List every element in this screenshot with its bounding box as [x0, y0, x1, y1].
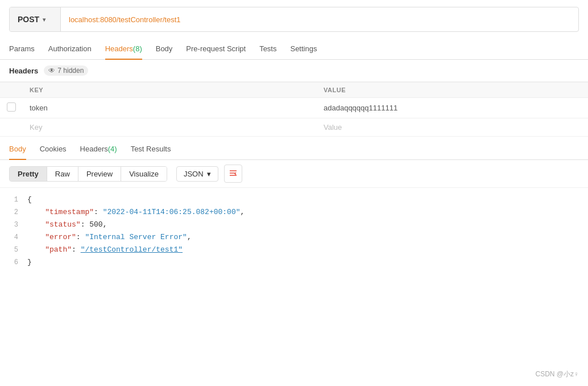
json-format-select[interactable]: JSON ▾: [176, 166, 218, 182]
eye-icon: 👁: [48, 67, 55, 75]
code-line-4: 4 "error": "Internal Server Error",: [9, 231, 579, 244]
col-checkbox: [0, 83, 23, 98]
headers-label: Headers: [9, 67, 38, 75]
code-line-5: 5 "path": "/testController/test1": [9, 244, 579, 256]
format-toolbar: Pretty Raw Preview Visualize JSON ▾: [0, 160, 588, 188]
table-row-placeholder: Key Value: [0, 118, 588, 137]
row-key[interactable]: token: [23, 98, 317, 118]
format-btn-group: Pretty Raw Preview Visualize: [9, 166, 167, 182]
headers-section-header: Headers 👁 7 hidden: [0, 60, 588, 82]
tab-tests[interactable]: Tests: [259, 39, 276, 60]
request-tabs-row: Params Authorization Headers(8) Body Pre…: [0, 39, 588, 60]
method-chevron: ▾: [43, 17, 45, 23]
response-tabs-row: Body Cookies Headers(4) Test Results: [0, 139, 588, 160]
code-content-1: {: [27, 194, 579, 206]
code-line-2: 2 "timestamp": "2022-04-11T14:06:25.082+…: [9, 206, 579, 219]
code-content-3: "status": 500,: [27, 219, 579, 231]
tab-body[interactable]: Body: [156, 39, 173, 60]
hidden-badge: 👁 7 hidden: [44, 65, 88, 76]
filter-button[interactable]: [224, 165, 242, 183]
code-content-4: "error": "Internal Server Error",: [27, 231, 579, 244]
code-line-6: 6 }: [9, 256, 579, 269]
url-input[interactable]: [61, 15, 578, 24]
tab-settings[interactable]: Settings: [290, 39, 317, 60]
placeholder-checkbox-cell: [0, 118, 23, 137]
placeholder-key[interactable]: Key: [23, 118, 317, 137]
col-key: KEY: [23, 83, 317, 98]
code-line-3: 3 "status": 500,: [9, 219, 579, 231]
line-num-5: 5: [9, 244, 18, 256]
response-tab-body[interactable]: Body: [9, 139, 26, 160]
tab-authorization[interactable]: Authorization: [48, 39, 92, 60]
kv-checkbox[interactable]: [7, 102, 16, 112]
format-btn-preview[interactable]: Preview: [78, 167, 121, 181]
code-content-5: "path": "/testController/test1": [27, 244, 579, 256]
code-line-1: 1 {: [9, 194, 579, 206]
kv-table: KEY VALUE token adadaqqqqqq1111111 Key V…: [0, 82, 588, 137]
response-tab-cookies[interactable]: Cookies: [40, 139, 67, 160]
col-value: VALUE: [317, 83, 588, 98]
url-bar: POST ▾: [9, 7, 579, 32]
row-checkbox-cell[interactable]: [0, 98, 23, 118]
method-label: POST: [18, 15, 39, 24]
response-section: Body Cookies Headers(4) Test Results Pre…: [0, 139, 588, 275]
tab-params[interactable]: Params: [9, 39, 35, 60]
format-btn-visualize[interactable]: Visualize: [121, 167, 167, 181]
line-num-6: 6: [9, 257, 18, 268]
placeholder-value[interactable]: Value: [317, 118, 588, 137]
hidden-count: 7 hidden: [57, 67, 84, 75]
response-tab-test-results[interactable]: Test Results: [131, 139, 171, 160]
method-selector[interactable]: POST ▾: [10, 7, 61, 31]
table-row: token adadaqqqqqq1111111: [0, 98, 588, 118]
format-btn-raw[interactable]: Raw: [47, 167, 78, 181]
json-format-chevron: ▾: [207, 170, 211, 178]
line-num-1: 1: [9, 194, 18, 206]
tab-prerequest[interactable]: Pre-request Script: [186, 39, 246, 60]
line-num-2: 2: [9, 207, 18, 218]
json-format-label: JSON: [184, 170, 204, 178]
response-tab-headers[interactable]: Headers(4): [80, 139, 117, 160]
format-btn-pretty[interactable]: Pretty: [10, 167, 47, 181]
code-content-6: }: [27, 256, 579, 269]
row-value[interactable]: adadaqqqqqq1111111: [317, 98, 588, 118]
code-area: 1 { 2 "timestamp": "2022-04-11T14:06:25.…: [0, 188, 588, 275]
code-content-2: "timestamp": "2022-04-11T14:06:25.082+00…: [27, 206, 579, 219]
line-num-4: 4: [9, 232, 18, 243]
tab-headers[interactable]: Headers(8): [105, 39, 142, 60]
line-num-3: 3: [9, 219, 18, 231]
filter-icon: [229, 169, 238, 179]
